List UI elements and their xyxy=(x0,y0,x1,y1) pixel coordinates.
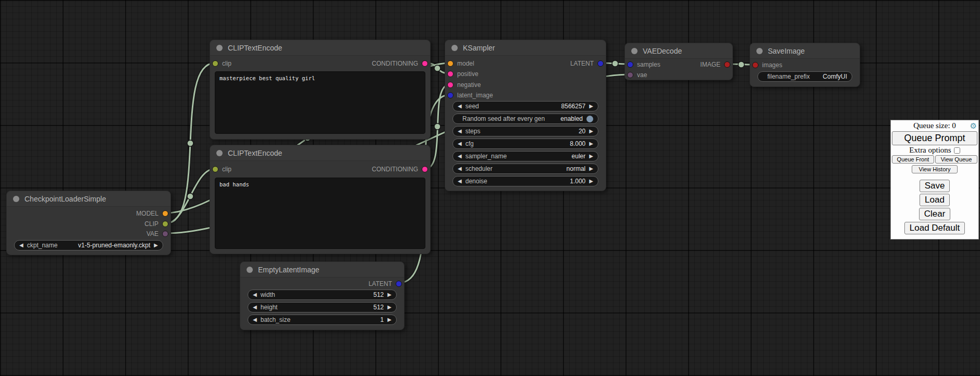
node-collapse-dot[interactable] xyxy=(756,48,763,54)
clear-button[interactable]: Clear xyxy=(919,208,951,220)
output-slot-model[interactable]: MODEL xyxy=(136,209,168,218)
increment-arrow-icon[interactable]: ▶ xyxy=(387,292,391,297)
output-slot-vae[interactable]: VAE xyxy=(146,229,168,239)
save-button[interactable]: Save xyxy=(920,180,950,192)
decrement-arrow-icon[interactable]: ◀ xyxy=(458,179,462,184)
widget-random-seed-toggle[interactable]: Random seed after every gen enabled xyxy=(452,114,598,124)
widget-sampler-name[interactable]: ◀ sampler_name euler ▶ xyxy=(452,151,598,161)
samples-slot-dot[interactable] xyxy=(627,61,633,68)
widget-scheduler[interactable]: ◀ scheduler normal ▶ xyxy=(452,164,598,174)
increment-arrow-icon[interactable]: ▶ xyxy=(387,305,391,310)
decrement-arrow-icon[interactable]: ◀ xyxy=(253,317,257,322)
increment-arrow-icon[interactable]: ▶ xyxy=(589,104,593,109)
output-slot-latent[interactable]: LATENT xyxy=(369,279,402,289)
node-vae-decode[interactable]: VAEDecode samples vae IMAGE xyxy=(624,43,733,80)
node-header[interactable]: VAEDecode xyxy=(625,43,732,59)
node-clip-text-encode-negative[interactable]: CLIPTextEncode clip CONDITIONING bad han… xyxy=(210,145,431,254)
node-clip-text-encode-positive[interactable]: CLIPTextEncode clip CONDITIONING masterp… xyxy=(210,40,431,140)
extra-options-checkbox[interactable] xyxy=(954,147,960,154)
node-collapse-dot[interactable] xyxy=(247,267,253,273)
graph-canvas[interactable]: CheckpointLoaderSimple MODEL CLIP VAE ◀ … xyxy=(0,0,980,376)
node-collapse-dot[interactable] xyxy=(13,196,19,202)
node-checkpoint-loader[interactable]: CheckpointLoaderSimple MODEL CLIP VAE ◀ … xyxy=(6,191,171,255)
vae-slot-dot[interactable] xyxy=(162,231,168,237)
latent-slot-dot[interactable] xyxy=(396,281,402,287)
input-slot-negative[interactable]: negative xyxy=(447,80,481,90)
input-slot-clip[interactable]: clip xyxy=(212,59,231,68)
node-empty-latent-image[interactable]: EmptyLatentImage LATENT ◀ width 512 ▶ ◀ … xyxy=(240,261,405,330)
widget-width[interactable]: ◀ width 512 ▶ xyxy=(248,290,397,300)
output-slot-clip[interactable]: CLIP xyxy=(144,219,168,229)
widget-height[interactable]: ◀ height 512 ▶ xyxy=(248,302,397,312)
node-header[interactable]: CLIPTextEncode xyxy=(210,40,430,56)
widget-batch-size[interactable]: ◀ batch_size 1 ▶ xyxy=(248,315,397,325)
increment-arrow-icon[interactable]: ▶ xyxy=(589,166,593,171)
output-slot-image[interactable]: IMAGE xyxy=(700,60,730,69)
positive-prompt-textarea[interactable]: masterpiece best quality girl xyxy=(215,71,425,134)
input-slot-positive[interactable]: positive xyxy=(447,69,479,79)
node-header[interactable]: SaveImage xyxy=(750,43,860,59)
model-slot-dot[interactable] xyxy=(447,60,454,67)
decrement-arrow-icon[interactable]: ◀ xyxy=(458,129,462,134)
decrement-arrow-icon[interactable]: ◀ xyxy=(19,243,23,248)
decrement-arrow-icon[interactable]: ◀ xyxy=(458,166,462,171)
clip-slot-dot[interactable] xyxy=(162,221,168,227)
output-slot-latent[interactable]: LATENT xyxy=(570,59,604,68)
node-collapse-dot[interactable] xyxy=(216,150,223,156)
queue-prompt-button[interactable]: Queue Prompt xyxy=(892,131,977,145)
vae-slot-dot[interactable] xyxy=(627,72,633,78)
widget-steps[interactable]: ◀ steps 20 ▶ xyxy=(452,126,598,136)
latent-slot-dot[interactable] xyxy=(597,60,604,67)
load-default-button[interactable]: Load Default xyxy=(904,222,965,234)
node-header[interactable]: EmptyLatentImage xyxy=(240,262,404,278)
toggle-enabled-dot[interactable] xyxy=(586,116,593,122)
decrement-arrow-icon[interactable]: ◀ xyxy=(458,104,462,109)
node-ksampler[interactable]: KSampler model positive negative latent_… xyxy=(445,40,606,191)
input-slot-clip[interactable]: clip xyxy=(212,165,231,174)
conditioning-slot-dot[interactable] xyxy=(422,166,428,172)
increment-arrow-icon[interactable]: ▶ xyxy=(589,154,593,159)
image-slot-dot[interactable] xyxy=(724,61,730,68)
input-slot-images[interactable]: images xyxy=(752,60,782,70)
view-queue-button[interactable]: View Queue xyxy=(935,155,977,164)
input-slot-model[interactable]: model xyxy=(447,59,474,68)
increment-arrow-icon[interactable]: ▶ xyxy=(589,129,593,134)
output-slot-conditioning[interactable]: CONDITIONING xyxy=(372,59,428,68)
latent-slot-dot[interactable] xyxy=(447,92,454,98)
node-collapse-dot[interactable] xyxy=(631,48,638,54)
images-slot-dot[interactable] xyxy=(752,62,758,68)
widget-seed[interactable]: ◀ seed 8566257 ▶ xyxy=(452,101,598,111)
node-collapse-dot[interactable] xyxy=(451,45,458,51)
node-header[interactable]: CheckpointLoaderSimple xyxy=(7,191,170,207)
node-collapse-dot[interactable] xyxy=(216,45,223,51)
gear-icon[interactable]: ⚙ xyxy=(970,121,977,131)
decrement-arrow-icon[interactable]: ◀ xyxy=(458,141,462,146)
view-history-button[interactable]: View History xyxy=(912,165,958,173)
input-slot-samples[interactable]: samples xyxy=(627,60,660,69)
model-slot-dot[interactable] xyxy=(162,210,168,217)
widget-filename-prefix[interactable]: filename_prefix ComfyUI xyxy=(757,71,852,82)
conditioning-slot-dot[interactable] xyxy=(422,60,428,67)
output-slot-conditioning[interactable]: CONDITIONING xyxy=(372,165,428,174)
decrement-arrow-icon[interactable]: ◀ xyxy=(253,305,257,310)
node-save-image[interactable]: SaveImage images filename_prefix ComfyUI xyxy=(750,43,860,87)
widget-ckpt-name[interactable]: ◀ ckpt_name v1-5-pruned-emaonly.ckpt ▶ xyxy=(14,240,163,250)
queue-front-button[interactable]: Queue Front xyxy=(892,155,934,164)
load-button[interactable]: Load xyxy=(920,194,950,206)
increment-arrow-icon[interactable]: ▶ xyxy=(387,317,391,322)
widget-cfg[interactable]: ◀ cfg 8.000 ▶ xyxy=(452,139,598,149)
decrement-arrow-icon[interactable]: ◀ xyxy=(458,154,462,159)
node-header[interactable]: KSampler xyxy=(445,40,606,56)
input-slot-latent-image[interactable]: latent_image xyxy=(447,91,493,100)
negative-prompt-textarea[interactable]: bad hands xyxy=(215,178,425,249)
clip-slot-dot[interactable] xyxy=(212,60,218,67)
increment-arrow-icon[interactable]: ▶ xyxy=(589,141,593,146)
increment-arrow-icon[interactable]: ▶ xyxy=(154,243,158,248)
negative-slot-dot[interactable] xyxy=(447,82,454,88)
widget-denoise[interactable]: ◀ denoise 1.000 ▶ xyxy=(452,176,598,186)
clip-slot-dot[interactable] xyxy=(212,166,218,172)
increment-arrow-icon[interactable]: ▶ xyxy=(589,179,593,184)
positive-slot-dot[interactable] xyxy=(447,71,454,77)
node-header[interactable]: CLIPTextEncode xyxy=(210,145,430,161)
input-slot-vae[interactable]: vae xyxy=(627,70,647,80)
